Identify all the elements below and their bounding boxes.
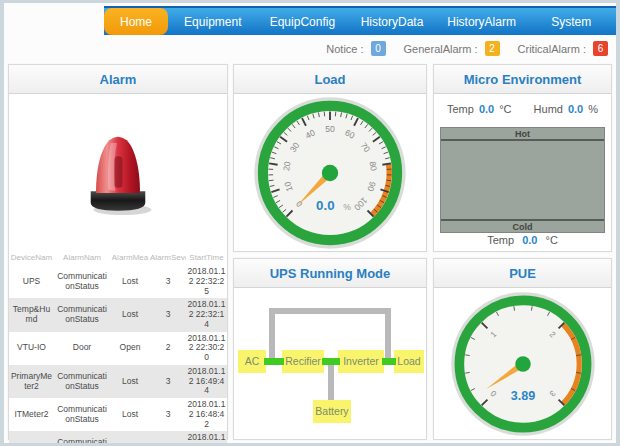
ups-connector-ac-rectifier [264,358,284,365]
table-cell: CommunicationStatus [54,298,110,331]
table-cell: Lost [110,365,150,398]
table-cell: VTU-IO [9,332,54,365]
load-gauge-dial: 01020304050607080901000.0% [252,95,408,251]
table-cell: 2018.01.12 16:47:46 [186,431,227,443]
env-humd-reading: Humd 0.0 % [534,103,598,115]
tab-historyalarm[interactable]: HistoryAlarm [437,8,527,35]
load-gauge: 01020304050607080901000.0% [234,94,426,251]
env-temp-reading: Temp 0.0 °C [447,103,512,115]
env-humd-unit: % [588,103,598,115]
alarm-table-header-row: DeviceNamAlarmNamAlarmMeaAlarmSeveStartT… [9,250,227,265]
dashboard-screen: HomeEquipmentEquipConfigHistoryDataHisto… [4,3,616,443]
hot-aisle-label: Hot [441,128,604,141]
table-cell: 2018.01.12 22:32:14 [186,298,227,331]
alarm-panel: Alarm [8,64,228,440]
table-cell: PrimaryMeter2 [9,365,54,398]
table-cell: 2018.01.12 16:49:44 [186,365,227,398]
status-label: GeneralAlarm : [404,43,478,55]
status-label: Notice : [326,43,363,55]
table-cell: Lost [110,265,150,298]
alarm-beacon-area [9,94,227,250]
env-bottom-temp-label: Temp [487,234,514,246]
status-count-badge: 6 [593,41,608,56]
status-label: CriticalAlarm : [518,43,586,55]
ups-connector-rectifier-inverter [322,358,340,365]
table-cell: UPS [9,265,54,298]
status-count-badge: 2 [485,41,500,56]
tab-historydata[interactable]: HistoryData [347,8,437,35]
table-cell: 3 [150,265,186,298]
ups-connector-inverter-load [382,358,396,365]
table-cell: Lost [110,431,150,443]
cold-aisle-label: Cold [441,219,604,232]
table-header-cell: AlarmSeve [150,250,186,265]
pue-panel-title: PUE [434,259,611,288]
table-header-cell: AlarmMea [110,250,150,265]
svg-text:80: 80 [367,160,378,171]
table-row: PrimaryMeter2CommunicationStatusLost3201… [9,365,227,398]
ups-node-ac: AC [238,350,266,373]
env-humd-value: 0.0 [568,103,583,115]
micro-environment-panel: Micro Environment Temp 0.0 °C Humd 0.0 %… [433,64,612,252]
svg-text:50: 50 [325,124,335,134]
alarm-beacon-icon [74,126,162,218]
env-bottom-temp-value: 0.0 [522,234,537,246]
svg-text:3.89: 3.89 [510,388,534,402]
env-bottom-temp: Temp 0.0 °C [434,234,611,246]
ups-node-rectifier: Recifier [282,350,324,373]
table-cell: 3 [150,365,186,398]
ups-node-inverter: Inverter [338,350,384,373]
table-cell: 3 [150,298,186,331]
table-header-cell: DeviceNam [9,250,54,265]
table-cell: CommunicationStatus [54,431,110,443]
tab-home[interactable]: Home [104,8,168,35]
load-panel: Load 01020304050607080901000.0% [233,64,427,252]
table-cell: 2018.01.12 22:30:20 [186,332,227,365]
status-item: GeneralAlarm :2 [404,41,500,56]
table-cell: ITMeter2 [9,398,54,431]
table-row: VTU-IODoorOpen22018.01.12 22:30:20 [9,332,227,365]
tab-equipconfig[interactable]: EquipConfig [258,8,348,35]
table-cell: Lost [110,398,150,431]
table-row: ITMeter2CommunicationStatusLost32018.01.… [9,398,227,431]
pue-panel: PUE 01233.89 [433,258,612,440]
table-row: Temp&HumdCommunicationStatusLost32018.01… [9,298,227,331]
table-cell: 2018.01.12 22:32:25 [186,265,227,298]
micro-environment-title: Micro Environment [434,65,611,94]
status-count-badge: 0 [371,41,386,56]
table-cell: Temp&Humd [9,298,54,331]
svg-text:0.0: 0.0 [316,198,334,213]
table-cell: 2 [150,332,186,365]
table-row: AirconCommunicationStatusLost32018.01.12… [9,431,227,443]
status-bar: Notice :0GeneralAlarm :2CriticalAlarm :6 [326,41,608,56]
env-temp-label: Temp [447,103,474,115]
env-bottom-temp-unit: °C [545,234,557,246]
table-cell: CommunicationStatus [54,365,110,398]
ups-node-load: Load [394,350,424,373]
table-row: UPSCommunicationStatusLost32018.01.12 22… [9,265,227,298]
tab-system[interactable]: System [526,8,616,35]
table-cell: Door [54,332,110,365]
table-cell: Lost [110,298,150,331]
pue-gauge: 01233.89 [434,288,611,439]
ups-running-mode-panel: UPS Running Mode AC Recifier Inverter Lo… [233,258,427,440]
table-cell: Aircon [9,431,54,443]
table-header-cell: StartTime [186,250,227,265]
alarm-table: DeviceNamAlarmNamAlarmMeaAlarmSeveStartT… [9,250,227,443]
tab-equipment[interactable]: Equipment [168,8,258,35]
table-cell: 2018.01.12 16:48:42 [186,398,227,431]
svg-text:20: 20 [281,160,292,171]
env-temp-value: 0.0 [479,103,494,115]
ups-panel-title: UPS Running Mode [234,259,426,288]
pue-gauge-dial: 01233.89 [449,290,597,438]
table-cell: Open [110,332,150,365]
status-item: CriticalAlarm :6 [518,41,608,56]
hot-cold-aisle-box: Hot Cold [440,127,605,233]
load-panel-title: Load [234,65,426,94]
env-temp-unit: °C [499,103,511,115]
table-cell: 3 [150,398,186,431]
table-header-cell: AlarmNam [54,250,110,265]
status-item: Notice :0 [326,41,385,56]
table-cell: CommunicationStatus [54,398,110,431]
env-humd-label: Humd [534,103,563,115]
